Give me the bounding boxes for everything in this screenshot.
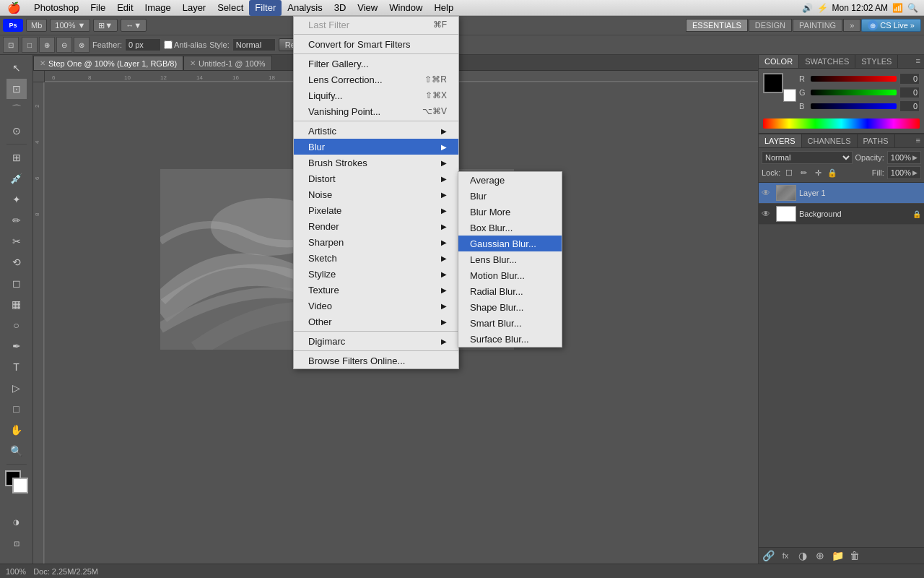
menu-noise[interactable]: Noise ▶ [294,186,458,202]
ws-essentials[interactable]: ESSENTIALS [686,19,748,32]
tab-close-icon-1[interactable]: ✕ [40,59,45,67]
background-color[interactable] [12,478,28,493]
history-tool[interactable]: ⟲ [6,252,27,272]
menu-artistic[interactable]: Artistic ▶ [294,123,458,139]
color-spectrum[interactable] [763,118,920,129]
tab-paths[interactable]: PATHS [858,134,895,147]
lock-position-btn[interactable]: ✛ [812,167,824,178]
layer1-visibility[interactable]: 👁 [762,188,773,198]
ws-design[interactable]: DESIGN [749,19,792,32]
move-tool[interactable]: ↖ [6,58,27,78]
g-slider[interactable] [811,90,897,95]
quickmask-tool[interactable]: ◑ [6,512,27,532]
blur-shape[interactable]: Shape Blur... [458,299,562,315]
tab-styles[interactable]: STYLES [855,55,898,68]
new-selection-btn[interactable]: □ [22,37,38,53]
layer-effects-btn[interactable]: fx [778,550,793,561]
menu-stylize[interactable]: Stylize ▶ [294,266,458,282]
menu-image[interactable]: Image [139,0,177,16]
menu-window[interactable]: Window [383,0,428,16]
menu-help[interactable]: Help [428,0,459,16]
menu-other[interactable]: Other ▶ [294,314,458,329]
menu-video[interactable]: Video ▶ [294,298,458,314]
tab-color[interactable]: COLOR [759,55,799,68]
style-input[interactable] [232,38,276,51]
arrange-button[interactable]: ⊞▼ [93,19,118,32]
feather-input[interactable] [125,38,161,51]
dodge-tool[interactable]: ○ [6,315,27,335]
text-tool[interactable]: T [6,357,27,377]
lock-transparency-btn[interactable]: ☐ [783,167,795,178]
tab-untitled[interactable]: ✕ Untitled-1 @ 100% [183,56,272,70]
menu-sketch[interactable]: Sketch ▶ [294,250,458,266]
layers-panel-expand[interactable]: ≡ [912,134,924,147]
search-icon[interactable]: 🔍 [907,3,918,13]
blur-surface[interactable]: Surface Blur... [458,331,562,347]
hand-tool[interactable]: ✋ [6,420,27,440]
screenmode-tool[interactable]: ⊡ [6,533,27,553]
arrange-button2[interactable]: ↔▼ [121,19,147,32]
menu-vanishing-point[interactable]: Vanishing Point... ⌥⌘V [294,103,458,119]
blur-smart[interactable]: Smart Blur... [458,315,562,331]
menu-blur[interactable]: Blur ▶ [294,139,458,155]
menu-digimarc[interactable]: Digimarc ▶ [294,333,458,349]
tab-swatches[interactable]: SWATCHES [799,55,855,68]
eyedropper-tool[interactable]: 💉 [6,168,27,189]
menu-analysis[interactable]: Analysis [282,0,328,16]
apple-menu[interactable]: 🍎 [0,1,28,14]
ws-painting[interactable]: PAINTING [793,19,842,32]
menu-browse-online[interactable]: Browse Filters Online... [294,353,458,368]
ws-more[interactable]: » [843,19,860,32]
menu-filter-gallery[interactable]: Filter Gallery... [294,56,458,72]
color-panel-expand[interactable]: ≡ [912,55,924,68]
path-tool[interactable]: ▷ [6,378,27,398]
menu-lens-correction[interactable]: Lens Correction... ⇧⌘R [294,72,458,87]
blur-lens[interactable]: Lens Blur... [458,251,562,267]
quickselect-tool[interactable]: ⊙ [6,121,27,141]
zoom-tool[interactable]: 🔍 [6,441,27,461]
add-selection-btn[interactable]: ⊕ [39,37,55,53]
lock-pixels-btn[interactable]: ✏ [798,167,809,178]
antialias-check[interactable] [164,40,173,49]
delete-layer-btn[interactable]: 🗑 [847,550,862,561]
menu-layer[interactable]: Layer [177,0,212,16]
opacity-stepper[interactable]: 100% ▶ [887,151,921,164]
blur-motion[interactable]: Motion Blur... [458,267,562,283]
layer-mask-btn[interactable]: ◑ [796,550,810,561]
tab-layers[interactable]: LAYERS [759,134,802,147]
menu-edit[interactable]: Edit [111,0,139,16]
blend-mode-select[interactable]: Normal [762,151,853,164]
lock-all-btn[interactable]: 🔒 [827,167,838,178]
brush-tool[interactable]: ✏ [6,210,27,230]
blur-box[interactable]: Box Blur... [458,220,562,236]
menu-pixelate[interactable]: Pixelate ▶ [294,202,458,218]
blur-more[interactable]: Blur More [458,204,562,220]
background-visibility[interactable]: 👁 [762,209,773,219]
tab-stepone[interactable]: ✕ Step One @ 100% (Layer 1, RGB/8) [33,56,183,70]
mb-button[interactable]: Mb [26,19,47,32]
g-value[interactable] [899,87,920,98]
tab-channels[interactable]: CHANNELS [802,134,858,147]
marquee-tool[interactable]: ⊡ [6,79,27,99]
menu-render[interactable]: Render ▶ [294,218,458,234]
zoom-dropdown[interactable]: 100% ▼ [50,19,90,32]
subtract-selection-btn[interactable]: ⊖ [56,37,72,53]
link-layers-btn[interactable]: 🔗 [761,550,775,561]
menu-distort[interactable]: Distort ▶ [294,171,458,186]
menu-liquify[interactable]: Liquify... ⇧⌘X [294,87,458,103]
menu-convert-smart[interactable]: Convert for Smart Filters [294,36,458,52]
menu-view[interactable]: View [352,0,383,16]
blur-radial[interactable]: Radial Blur... [458,283,562,299]
menu-sharpen[interactable]: Sharpen ▶ [294,234,458,250]
antialias-checkbox[interactable]: Anti-alias [164,40,206,49]
crop-tool[interactable]: ⊞ [6,147,27,168]
r-value[interactable] [899,73,920,85]
menu-file[interactable]: File [84,0,111,16]
r-slider[interactable] [811,76,897,82]
spot-heal-tool[interactable]: ✦ [6,189,27,210]
layer-item-background[interactable]: 👁 Background 🔒 [759,204,924,225]
b-value[interactable] [899,100,920,112]
b-slider[interactable] [811,103,897,109]
menu-photoshop[interactable]: Photoshop [28,0,84,16]
shape-tool[interactable]: □ [6,399,27,419]
